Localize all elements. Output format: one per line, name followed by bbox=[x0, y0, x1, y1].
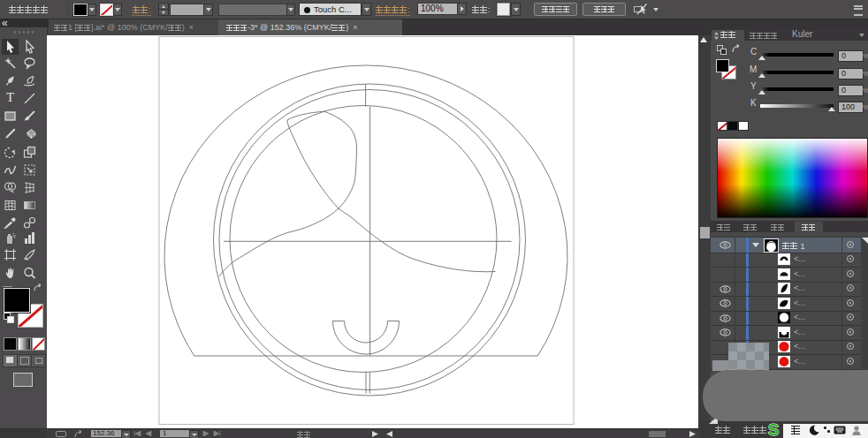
svg-text:S: S bbox=[768, 421, 780, 438]
